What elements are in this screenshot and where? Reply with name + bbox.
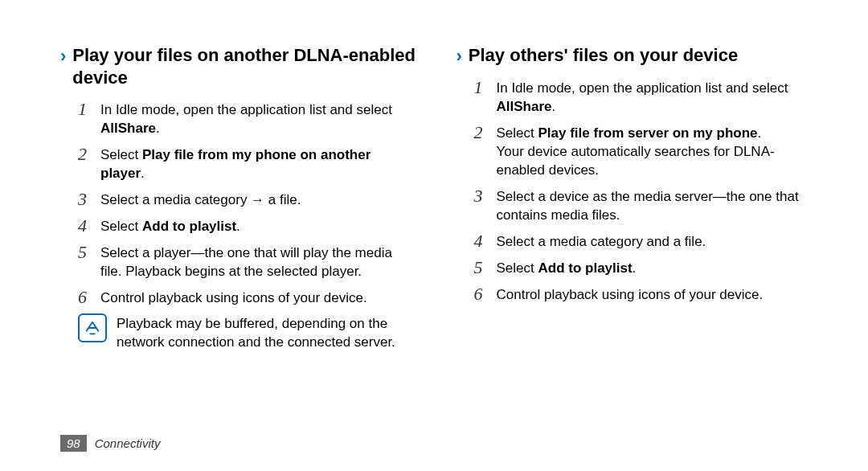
page-footer: 98 Connectivity (60, 435, 160, 452)
step-text: Select a device as the media server—the … (497, 186, 813, 225)
step-number: 4 (78, 216, 100, 236)
note-row: Playback may be buffered, depending on t… (60, 313, 416, 352)
left-step-1: 1 In Idle mode, open the application lis… (60, 100, 416, 138)
footer-section: Connectivity (95, 436, 161, 450)
step-text: Select a player—the one that will play t… (100, 243, 416, 281)
step-text: Select a media category and a file. (497, 231, 706, 252)
right-step-5: 5 Select Add to playlist. (457, 258, 813, 278)
left-step-4: 4 Select Add to playlist. (60, 216, 416, 236)
step-text: Select Add to playlist. (497, 258, 637, 278)
step-number: 4 (474, 231, 497, 251)
left-step-2: 2 Select Play file from my phone on anot… (60, 145, 416, 183)
left-step-5: 5 Select a player—the one that will play… (60, 243, 416, 281)
right-heading: › Play others' files on your device (457, 44, 813, 67)
step-number: 2 (78, 145, 100, 164)
page-number: 98 (60, 435, 87, 452)
left-column: › Play your files on another DLNA-enable… (60, 44, 416, 447)
right-step-3: 3 Select a device as the media server—th… (457, 186, 813, 225)
chevron-icon: › (457, 46, 462, 67)
right-column: › Play others' files on your device 1 In… (457, 44, 813, 447)
step-number: 6 (474, 285, 497, 304)
heading-text: Play others' files on your device (469, 44, 738, 67)
step-number: 2 (474, 123, 497, 142)
left-step-6: 6 Control playback using icons of your d… (60, 288, 416, 308)
step-number: 6 (78, 288, 100, 307)
right-step-4: 4 Select a media category and a file. (457, 231, 813, 252)
right-step-1: 1 In Idle mode, open the application lis… (457, 78, 813, 117)
page-content: › Play your files on another DLNA-enable… (60, 44, 812, 447)
left-heading: › Play your files on another DLNA-enable… (60, 44, 416, 88)
step-text: Control playback using icons of your dev… (100, 288, 367, 308)
note-text: Playback may be buffered, depending on t… (117, 313, 416, 352)
step-text: Select Play file from my phone on anothe… (100, 145, 416, 183)
step-text: Select Play file from server on my phone… (497, 123, 813, 180)
heading-text: Play your files on another DLNA-enabled … (72, 44, 416, 88)
step-number: 3 (78, 190, 100, 209)
step-text: In Idle mode, open the application list … (497, 78, 813, 117)
step-number: 1 (474, 78, 497, 97)
step-number: 1 (78, 100, 100, 119)
chevron-icon: › (60, 46, 66, 67)
right-step-2: 2 Select Play file from server on my pho… (457, 123, 813, 180)
note-icon (78, 313, 107, 342)
right-step-6: 6 Control playback using icons of your d… (457, 285, 813, 305)
step-number: 5 (474, 258, 497, 277)
step-text: Control playback using icons of your dev… (497, 285, 764, 305)
left-step-3: 3 Select a media category → a file. (60, 190, 416, 210)
step-text: Select a media category → a file. (100, 190, 301, 210)
step-text: Select Add to playlist. (100, 216, 240, 236)
step-text: In Idle mode, open the application list … (100, 100, 416, 138)
step-number: 5 (78, 243, 100, 262)
step-number: 3 (474, 186, 497, 206)
